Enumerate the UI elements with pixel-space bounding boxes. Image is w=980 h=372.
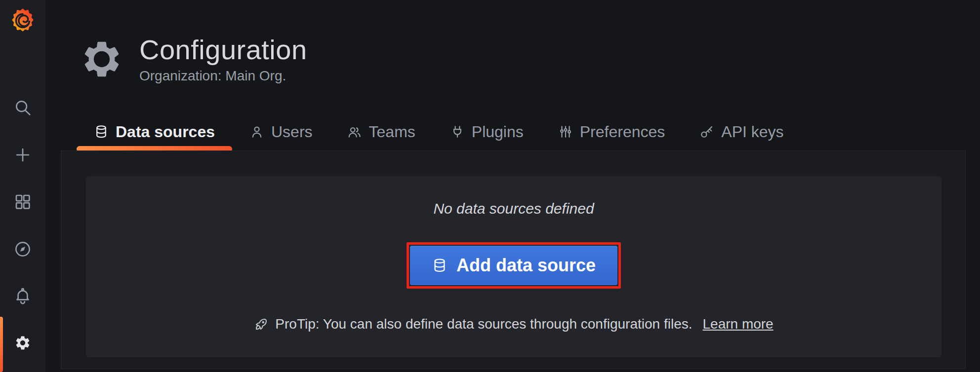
tab-users[interactable]: Users: [232, 116, 330, 152]
settings-gear-icon[interactable]: [13, 333, 33, 353]
explore-compass-icon[interactable]: [13, 239, 33, 259]
grafana-logo[interactable]: [10, 8, 36, 34]
alerting-bell-icon[interactable]: [13, 287, 33, 306]
user-icon: [249, 124, 264, 139]
tab-label: Plugins: [472, 123, 524, 141]
empty-state-message: No data sources defined: [433, 199, 594, 219]
sliders-icon: [558, 124, 573, 139]
learn-more-link[interactable]: Learn more: [702, 316, 773, 332]
gear-icon: [80, 37, 123, 81]
plug-icon: [450, 124, 465, 139]
protip-text: ProTip: You can also define data sources…: [275, 316, 692, 332]
tab-content: No data sources defined Add data source: [61, 150, 966, 369]
protip-row: ProTip: You can also define data sources…: [254, 316, 773, 332]
page-header: Configuration Organization: Main Org.: [80, 35, 307, 84]
rocket-icon: [254, 317, 269, 332]
page-subtitle: Organization: Main Org.: [139, 68, 307, 84]
database-icon: [94, 124, 109, 139]
tab-label: Users: [271, 123, 313, 141]
tab-teams[interactable]: Teams: [330, 116, 433, 152]
tab-data-sources[interactable]: Data sources: [77, 116, 232, 152]
tab-label: Teams: [369, 123, 415, 141]
search-icon[interactable]: [13, 98, 33, 117]
add-data-source-button[interactable]: Add data source: [410, 246, 617, 285]
main-content: Configuration Organization: Main Org. Da…: [45, 0, 980, 372]
empty-state-panel: No data sources defined Add data source: [86, 176, 941, 357]
tab-label: Data sources: [116, 123, 215, 141]
tab-label: Preferences: [580, 123, 665, 141]
sidebar: [0, 0, 45, 372]
plus-icon[interactable]: [13, 145, 33, 165]
annotation-highlight-box: Add data source: [407, 242, 621, 289]
users-icon: [347, 124, 362, 139]
tab-preferences[interactable]: Preferences: [541, 116, 683, 152]
tab-bar: Data sources Users Teams Plugins: [77, 116, 801, 152]
active-nav-indicator: [0, 317, 3, 372]
tab-plugins[interactable]: Plugins: [433, 116, 541, 152]
add-button-label: Add data source: [456, 255, 596, 276]
database-icon: [432, 258, 448, 273]
tab-api-keys[interactable]: API keys: [682, 116, 801, 152]
dashboards-icon[interactable]: [13, 192, 33, 212]
tab-label: API keys: [721, 123, 783, 141]
page-title: Configuration: [139, 35, 307, 65]
key-icon: [699, 124, 714, 139]
